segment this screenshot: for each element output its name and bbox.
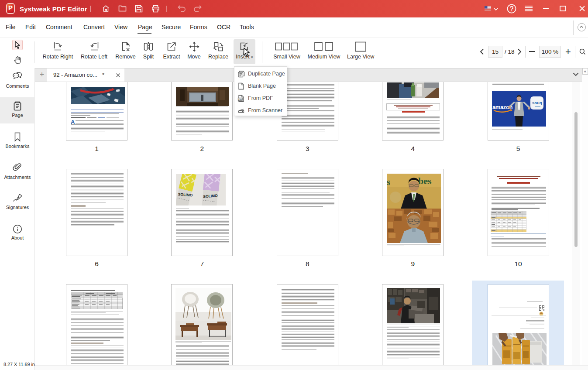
svg-text:bes: bes bbox=[418, 175, 432, 186]
svg-text:souq: souq bbox=[532, 100, 542, 105]
svg-text:s: s bbox=[387, 177, 390, 187]
svg-text:PDF: PDF bbox=[238, 98, 242, 100]
